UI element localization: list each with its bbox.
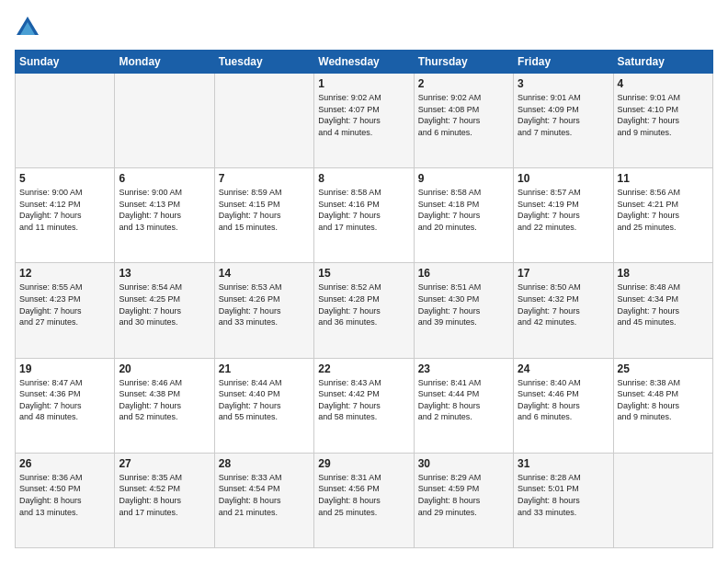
day-number: 14	[219, 267, 310, 280]
calendar-cell: 20Sunrise: 8:46 AM Sunset: 4:38 PM Dayli…	[115, 358, 214, 453]
day-info: Sunrise: 8:33 AM Sunset: 4:54 PM Dayligh…	[219, 472, 310, 518]
calendar-cell: 2Sunrise: 9:02 AM Sunset: 4:08 PM Daylig…	[414, 74, 513, 168]
col-header-thursday: Thursday	[414, 51, 513, 74]
day-number: 12	[19, 267, 110, 280]
day-number: 9	[418, 172, 509, 185]
calendar-cell: 31Sunrise: 8:28 AM Sunset: 5:01 PM Dayli…	[514, 453, 613, 547]
calendar-cell: 4Sunrise: 9:01 AM Sunset: 4:10 PM Daylig…	[613, 74, 712, 168]
day-info: Sunrise: 8:46 AM Sunset: 4:38 PM Dayligh…	[119, 377, 210, 423]
day-number: 15	[318, 267, 409, 280]
col-header-tuesday: Tuesday	[214, 51, 313, 74]
day-number: 29	[318, 457, 409, 470]
day-info: Sunrise: 8:47 AM Sunset: 4:36 PM Dayligh…	[19, 377, 110, 423]
calendar-cell: 22Sunrise: 8:43 AM Sunset: 4:42 PM Dayli…	[314, 358, 414, 453]
col-header-friday: Friday	[514, 51, 613, 74]
day-number: 16	[418, 267, 509, 280]
calendar-cell: 17Sunrise: 8:50 AM Sunset: 4:32 PM Dayli…	[514, 263, 613, 358]
day-info: Sunrise: 8:40 AM Sunset: 4:46 PM Dayligh…	[518, 377, 609, 423]
calendar-cell	[613, 453, 712, 547]
calendar-cell: 25Sunrise: 8:38 AM Sunset: 4:48 PM Dayli…	[613, 358, 712, 453]
day-number: 7	[219, 172, 310, 185]
day-info: Sunrise: 8:50 AM Sunset: 4:32 PM Dayligh…	[518, 282, 609, 327]
calendar-cell: 15Sunrise: 8:52 AM Sunset: 4:28 PM Dayli…	[314, 263, 414, 358]
day-number: 13	[119, 267, 210, 280]
day-info: Sunrise: 8:58 AM Sunset: 4:16 PM Dayligh…	[318, 187, 409, 233]
day-info: Sunrise: 8:41 AM Sunset: 4:44 PM Dayligh…	[418, 377, 509, 423]
day-info: Sunrise: 8:43 AM Sunset: 4:42 PM Dayligh…	[318, 377, 409, 423]
day-info: Sunrise: 8:59 AM Sunset: 4:15 PM Dayligh…	[219, 187, 310, 233]
day-info: Sunrise: 8:51 AM Sunset: 4:30 PM Dayligh…	[418, 282, 509, 327]
col-header-wednesday: Wednesday	[314, 51, 414, 74]
day-number: 28	[219, 457, 310, 470]
page: SundayMondayTuesdayWednesdayThursdayFrid…	[0, 0, 728, 563]
day-info: Sunrise: 8:52 AM Sunset: 4:28 PM Dayligh…	[318, 282, 409, 327]
calendar-cell: 3Sunrise: 9:01 AM Sunset: 4:09 PM Daylig…	[514, 74, 613, 168]
col-header-sunday: Sunday	[16, 51, 115, 74]
col-header-saturday: Saturday	[613, 51, 712, 74]
day-number: 18	[618, 267, 709, 280]
calendar-cell: 5Sunrise: 9:00 AM Sunset: 4:12 PM Daylig…	[16, 168, 115, 263]
day-info: Sunrise: 8:31 AM Sunset: 4:56 PM Dayligh…	[318, 472, 409, 518]
day-info: Sunrise: 8:53 AM Sunset: 4:26 PM Dayligh…	[219, 282, 310, 327]
day-number: 26	[19, 457, 110, 470]
day-number: 11	[618, 172, 709, 185]
day-info: Sunrise: 8:48 AM Sunset: 4:34 PM Dayligh…	[618, 282, 709, 327]
day-info: Sunrise: 9:02 AM Sunset: 4:08 PM Dayligh…	[418, 92, 509, 138]
calendar-cell: 14Sunrise: 8:53 AM Sunset: 4:26 PM Dayli…	[214, 263, 313, 358]
day-number: 23	[418, 362, 509, 375]
day-number: 8	[318, 172, 409, 185]
calendar-cell: 23Sunrise: 8:41 AM Sunset: 4:44 PM Dayli…	[414, 358, 513, 453]
calendar-cell	[214, 74, 313, 168]
calendar-cell: 13Sunrise: 8:54 AM Sunset: 4:25 PM Dayli…	[115, 263, 214, 358]
day-info: Sunrise: 8:28 AM Sunset: 5:01 PM Dayligh…	[518, 472, 609, 518]
calendar-cell: 24Sunrise: 8:40 AM Sunset: 4:46 PM Dayli…	[514, 358, 613, 453]
day-info: Sunrise: 8:35 AM Sunset: 4:52 PM Dayligh…	[119, 472, 210, 518]
calendar-cell: 6Sunrise: 9:00 AM Sunset: 4:13 PM Daylig…	[115, 168, 214, 263]
day-number: 21	[219, 362, 310, 375]
day-number: 1	[318, 77, 409, 90]
calendar-cell: 19Sunrise: 8:47 AM Sunset: 4:36 PM Dayli…	[16, 358, 115, 453]
day-number: 30	[418, 457, 509, 470]
day-number: 20	[119, 362, 210, 375]
day-number: 19	[19, 362, 110, 375]
day-info: Sunrise: 8:44 AM Sunset: 4:40 PM Dayligh…	[219, 377, 310, 423]
day-number: 10	[518, 172, 609, 185]
week-row-2: 5Sunrise: 9:00 AM Sunset: 4:12 PM Daylig…	[16, 168, 713, 263]
logo	[15, 15, 44, 40]
header	[15, 15, 713, 40]
day-info: Sunrise: 8:57 AM Sunset: 4:19 PM Dayligh…	[518, 187, 609, 233]
calendar-cell: 26Sunrise: 8:36 AM Sunset: 4:50 PM Dayli…	[16, 453, 115, 547]
calendar-cell: 18Sunrise: 8:48 AM Sunset: 4:34 PM Dayli…	[613, 263, 712, 358]
calendar-cell: 7Sunrise: 8:59 AM Sunset: 4:15 PM Daylig…	[214, 168, 313, 263]
calendar-cell: 29Sunrise: 8:31 AM Sunset: 4:56 PM Dayli…	[314, 453, 414, 547]
calendar-cell: 30Sunrise: 8:29 AM Sunset: 4:59 PM Dayli…	[414, 453, 513, 547]
calendar-cell: 1Sunrise: 9:02 AM Sunset: 4:07 PM Daylig…	[314, 74, 414, 168]
week-row-5: 26Sunrise: 8:36 AM Sunset: 4:50 PM Dayli…	[16, 453, 713, 547]
day-info: Sunrise: 9:01 AM Sunset: 4:09 PM Dayligh…	[518, 92, 609, 138]
calendar-cell: 16Sunrise: 8:51 AM Sunset: 4:30 PM Dayli…	[414, 263, 513, 358]
day-number: 2	[418, 77, 509, 90]
day-number: 17	[518, 267, 609, 280]
day-info: Sunrise: 8:58 AM Sunset: 4:18 PM Dayligh…	[418, 187, 509, 233]
header-row: SundayMondayTuesdayWednesdayThursdayFrid…	[16, 51, 713, 74]
day-info: Sunrise: 8:56 AM Sunset: 4:21 PM Dayligh…	[618, 187, 709, 233]
day-info: Sunrise: 8:36 AM Sunset: 4:50 PM Dayligh…	[19, 472, 110, 518]
calendar-cell: 8Sunrise: 8:58 AM Sunset: 4:16 PM Daylig…	[314, 168, 414, 263]
calendar-table: SundayMondayTuesdayWednesdayThursdayFrid…	[15, 50, 713, 548]
day-info: Sunrise: 9:00 AM Sunset: 4:13 PM Dayligh…	[119, 187, 210, 233]
day-number: 4	[618, 77, 709, 90]
day-number: 25	[618, 362, 709, 375]
day-number: 31	[518, 457, 609, 470]
calendar-cell: 11Sunrise: 8:56 AM Sunset: 4:21 PM Dayli…	[613, 168, 712, 263]
calendar-cell: 12Sunrise: 8:55 AM Sunset: 4:23 PM Dayli…	[16, 263, 115, 358]
day-number: 5	[19, 172, 110, 185]
week-row-4: 19Sunrise: 8:47 AM Sunset: 4:36 PM Dayli…	[16, 358, 713, 453]
day-info: Sunrise: 8:55 AM Sunset: 4:23 PM Dayligh…	[19, 282, 110, 327]
col-header-monday: Monday	[115, 51, 214, 74]
calendar-cell: 10Sunrise: 8:57 AM Sunset: 4:19 PM Dayli…	[514, 168, 613, 263]
day-info: Sunrise: 8:38 AM Sunset: 4:48 PM Dayligh…	[618, 377, 709, 423]
calendar-cell	[16, 74, 115, 168]
day-number: 3	[518, 77, 609, 90]
week-row-1: 1Sunrise: 9:02 AM Sunset: 4:07 PM Daylig…	[16, 74, 713, 168]
day-number: 22	[318, 362, 409, 375]
